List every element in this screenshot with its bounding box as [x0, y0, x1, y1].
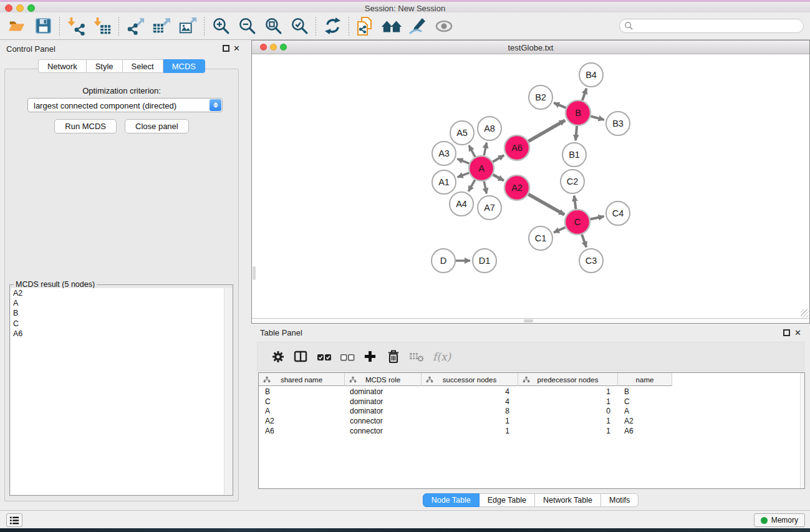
graph-edge[interactable] — [457, 159, 469, 164]
network-window-titlebar[interactable]: testGlobe.txt — [252, 41, 809, 54]
criterion-dropdown[interactable]: largest connected component (directed) — [27, 98, 223, 112]
tab-motifs[interactable]: Motifs — [601, 493, 639, 507]
graph-edge[interactable] — [574, 196, 576, 209]
delete-column-icon[interactable] — [382, 346, 405, 368]
graph-edge[interactable] — [469, 145, 475, 157]
graph-node-D1[interactable]: D1 — [473, 249, 496, 273]
hide-view-icon[interactable] — [431, 14, 457, 38]
network-from-file-icon[interactable] — [352, 14, 378, 38]
save-session-icon[interactable] — [30, 14, 56, 38]
table-row[interactable]: A6connector11A6 — [259, 426, 800, 436]
memory-button[interactable]: Memory — [754, 513, 805, 527]
vertical-scrollbar-thumb[interactable] — [253, 266, 256, 280]
graph-edge[interactable] — [582, 235, 586, 248]
select-all-checkbox-icon[interactable] — [312, 346, 335, 368]
run-mcds-button[interactable]: Run MCDS — [54, 119, 117, 133]
deselect-all-checkbox-icon[interactable] — [335, 346, 359, 368]
table-row[interactable]: Bdominator41B — [259, 387, 800, 397]
tab-network[interactable]: Network — [38, 59, 87, 73]
import-network-icon[interactable] — [63, 14, 89, 38]
graph-node-C4[interactable]: C4 — [606, 201, 630, 225]
graph-node-B1[interactable]: B1 — [562, 143, 586, 167]
graph-edge[interactable] — [458, 173, 470, 177]
graph-edge[interactable] — [591, 116, 604, 120]
mcds-result-item[interactable]: A2 — [11, 288, 232, 298]
graph-node-B2[interactable]: B2 — [529, 85, 552, 109]
mcds-result-item[interactable]: A6 — [11, 329, 232, 339]
graph-edge[interactable] — [528, 194, 564, 215]
column-browser-icon[interactable] — [289, 346, 312, 368]
open-session-icon[interactable] — [4, 14, 30, 38]
graph-edge[interactable] — [528, 120, 565, 142]
graph-node-B[interactable]: B — [566, 100, 591, 125]
mcds-result-item[interactable]: C — [11, 319, 232, 329]
graph-node-D[interactable]: D — [432, 249, 455, 273]
add-column-icon[interactable] — [359, 346, 382, 368]
graph-node-B3[interactable]: B3 — [606, 112, 630, 135]
graph-edge[interactable] — [554, 227, 566, 232]
graph-node-B4[interactable]: B4 — [579, 63, 603, 87]
export-table-icon[interactable] — [148, 14, 175, 38]
column-header-shared-name[interactable]: shared name — [259, 373, 345, 386]
graph-node-A7[interactable]: A7 — [478, 196, 501, 220]
close-panel-button[interactable]: Close panel — [125, 119, 189, 133]
tab-network-table[interactable]: Network Table — [535, 493, 601, 507]
table-settings-icon[interactable] — [266, 346, 289, 368]
task-history-button[interactable] — [6, 513, 22, 527]
graph-edge[interactable] — [484, 181, 486, 194]
graph-node-A1[interactable]: A1 — [432, 170, 456, 194]
graph-node-A4[interactable]: A4 — [450, 192, 473, 216]
graph-edge[interactable] — [554, 103, 566, 108]
mcds-result-scrollbar[interactable] — [224, 288, 232, 495]
close-panel-icon[interactable]: ✕ — [233, 44, 240, 53]
column-header-name[interactable]: name — [618, 373, 672, 386]
tab-select[interactable]: Select — [123, 59, 163, 73]
float-panel-icon[interactable] — [223, 45, 229, 52]
graph-node-C1[interactable]: C1 — [529, 226, 552, 250]
graph-node-A5[interactable]: A5 — [450, 121, 474, 145]
graph-node-A[interactable]: A — [469, 156, 494, 181]
graph-node-A2[interactable]: A2 — [504, 175, 529, 200]
home-view-icon[interactable] — [378, 14, 405, 38]
search-input[interactable] — [619, 19, 804, 33]
tab-node-table[interactable]: Node Table — [423, 493, 480, 507]
network-canvas[interactable]: B4B2BB3A5A8A6B1A3AC2A1A2A4A7C4CC1C3DD1 — [252, 54, 809, 318]
export-network-icon[interactable] — [122, 14, 148, 38]
tab-edge-table[interactable]: Edge Table — [480, 493, 535, 507]
graph-edge[interactable] — [468, 180, 475, 191]
horizontal-scrollbar-thumb[interactable] — [524, 319, 533, 322]
graph-edge[interactable] — [484, 143, 486, 156]
zoom-selected-icon[interactable] — [286, 14, 312, 38]
graph-edge[interactable] — [576, 126, 577, 140]
table-row[interactable]: Cdominator41C — [259, 397, 800, 407]
resize-grip-icon[interactable] — [801, 309, 809, 317]
mcds-result-list[interactable]: A2ABCA6 — [11, 288, 232, 495]
style-preview-icon[interactable] — [405, 14, 431, 38]
table-row[interactable]: Adominator80A — [259, 406, 800, 416]
table-row[interactable]: A2connector11A2 — [259, 416, 800, 426]
mcds-result-item[interactable]: B — [11, 308, 232, 318]
mcds-result-item[interactable]: A — [11, 298, 232, 308]
graph-edge[interactable] — [582, 89, 587, 100]
graph-edge[interactable] — [493, 155, 504, 162]
graph-node-C[interactable]: C — [565, 210, 590, 235]
float-table-panel-icon[interactable] — [783, 329, 790, 336]
delete-table-icon[interactable] — [405, 346, 428, 368]
graph-node-A8[interactable]: A8 — [478, 117, 501, 140]
graph-node-A6[interactable]: A6 — [504, 135, 529, 160]
graph-edge[interactable] — [591, 216, 604, 220]
column-header-MCDS-role[interactable]: MCDS role — [345, 373, 422, 386]
tab-style[interactable]: Style — [87, 59, 123, 73]
graph-node-A3[interactable]: A3 — [432, 142, 456, 165]
graph-node-C2[interactable]: C2 — [561, 170, 584, 193]
export-image-icon[interactable] — [175, 14, 201, 38]
graph-node-C3[interactable]: C3 — [579, 249, 603, 273]
import-table-icon[interactable] — [89, 14, 115, 38]
graph-edge[interactable] — [493, 175, 503, 181]
tab-mcds[interactable]: MCDS — [163, 59, 205, 73]
column-header-predecessor-nodes[interactable]: predecessor nodes — [518, 373, 618, 386]
table-scrollbar[interactable] — [800, 373, 804, 488]
close-table-panel-icon[interactable]: ✕ — [794, 328, 801, 337]
zoom-out-icon[interactable] — [234, 14, 260, 38]
zoom-fit-icon[interactable] — [260, 14, 286, 38]
